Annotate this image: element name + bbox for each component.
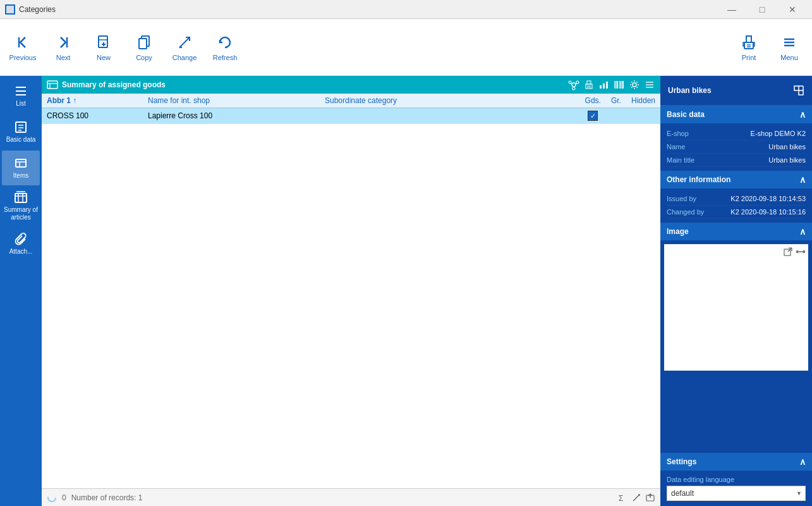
collapse-basic-data[interactable]: ∧ bbox=[799, 109, 806, 120]
next-button[interactable]: Next bbox=[43, 22, 83, 73]
sidebar-item-attach[interactable]: Attach... bbox=[2, 226, 40, 261]
panel-title: Summary of assigned goods bbox=[62, 80, 166, 89]
svg-rect-12 bbox=[746, 36, 751, 42]
collapse-other-info[interactable]: ∧ bbox=[799, 175, 806, 185]
svg-rect-11 bbox=[744, 42, 753, 49]
panel-menu-icon[interactable] bbox=[644, 79, 655, 90]
svg-point-36 bbox=[569, 81, 571, 83]
field-issued-value: K2 2020-09-18 10:14:53 bbox=[730, 195, 806, 202]
field-eshop-value: E-shop DEMO K2 bbox=[751, 130, 806, 137]
print-button[interactable]: Print bbox=[729, 22, 769, 73]
maximize-button[interactable]: □ bbox=[748, 0, 777, 19]
toolbar: Previous Next New Copy Change bbox=[0, 19, 812, 76]
spinner-value: 0 bbox=[62, 493, 66, 502]
menu-label: Menu bbox=[780, 54, 798, 61]
barcode-icon[interactable] bbox=[614, 79, 625, 90]
svg-rect-46 bbox=[600, 85, 602, 89]
title-bar: Categories — □ ✕ bbox=[0, 0, 812, 19]
section-content-basic-data: E-shop E-shop DEMO K2 Name Urban bikes M… bbox=[660, 123, 812, 171]
field-name-value: Urban bikes bbox=[768, 143, 806, 151]
section-header-basic-data: Basic data ∧ bbox=[660, 106, 812, 123]
svg-rect-43 bbox=[587, 81, 591, 84]
col-header-subcat[interactable]: Subordinate category bbox=[320, 94, 580, 108]
records-text: Number of records: 1 bbox=[71, 493, 143, 502]
spinner-icon bbox=[47, 493, 57, 503]
close-button[interactable]: ✕ bbox=[778, 0, 807, 19]
menu-button[interactable]: Menu bbox=[769, 22, 809, 73]
sigma-icon[interactable]: Σ bbox=[617, 493, 627, 503]
svg-rect-47 bbox=[603, 83, 605, 89]
image-icons bbox=[783, 247, 806, 257]
sidebar-summary-label: Summary of articles bbox=[3, 206, 39, 221]
open-image-icon[interactable] bbox=[783, 247, 793, 257]
svg-point-56 bbox=[633, 83, 636, 87]
section-header-other-info: Other information ∧ bbox=[660, 171, 812, 188]
refresh-label: Refresh bbox=[213, 54, 238, 61]
minimize-button[interactable]: — bbox=[717, 0, 746, 19]
cell-abbr: CROSS 100 bbox=[42, 108, 143, 124]
previous-label: Previous bbox=[9, 54, 37, 61]
copy-button[interactable]: Copy bbox=[124, 22, 164, 73]
network-icon[interactable] bbox=[568, 79, 579, 90]
svg-rect-65 bbox=[794, 86, 799, 90]
resize-image-icon[interactable] bbox=[796, 247, 806, 257]
cell-gr bbox=[606, 108, 626, 124]
table-row[interactable]: CROSS 100 Lapierre Cross 100 bbox=[42, 108, 660, 124]
change-label: Change bbox=[173, 54, 197, 61]
field-issued-by: Issued by K2 2020-09-18 10:14:53 bbox=[667, 192, 806, 206]
edit-status-icon[interactable] bbox=[631, 493, 641, 503]
svg-rect-48 bbox=[606, 82, 608, 89]
settings-panel-icon[interactable] bbox=[629, 79, 640, 90]
expand-icon[interactable] bbox=[793, 85, 804, 96]
collapse-image[interactable]: ∧ bbox=[799, 226, 806, 237]
col-header-gds[interactable]: Gds. bbox=[580, 94, 606, 108]
chart-icon[interactable] bbox=[598, 79, 610, 90]
change-button[interactable]: Change bbox=[164, 22, 205, 73]
language-select[interactable]: default English Czech German bbox=[667, 486, 806, 501]
right-panel-spacer bbox=[660, 374, 812, 453]
svg-line-72 bbox=[788, 248, 792, 252]
sidebar-item-list[interactable]: List bbox=[2, 78, 40, 113]
sidebar-item-basic-data[interactable]: Basic data bbox=[2, 114, 40, 149]
settings-content: Data editing language default English Cz… bbox=[660, 471, 812, 506]
status-bar: 0 Number of records: 1 Σ bbox=[42, 488, 660, 506]
col-header-gr[interactable]: Gr. bbox=[606, 94, 626, 108]
cell-subcat bbox=[320, 108, 580, 124]
field-changed-by: Changed by K2 2020-09-18 10:15:16 bbox=[667, 206, 806, 219]
image-area bbox=[664, 244, 808, 371]
next-label: Next bbox=[56, 54, 71, 61]
export-status-icon[interactable] bbox=[645, 493, 655, 503]
print-icon[interactable] bbox=[583, 79, 595, 90]
table-container: Abbr 1 ↑ Name for int. shop Subordinate … bbox=[42, 94, 660, 488]
right-panel-title-text: Urban bikes bbox=[668, 86, 712, 95]
refresh-button[interactable]: Refresh bbox=[205, 22, 245, 73]
panel-header-right bbox=[568, 79, 655, 90]
cell-hidden bbox=[626, 108, 660, 124]
sidebar-item-summary[interactable]: Summary of articles bbox=[2, 187, 40, 225]
sidebar-item-items[interactable]: Items bbox=[2, 151, 40, 185]
sidebar-items-label: Items bbox=[13, 172, 28, 180]
svg-line-62 bbox=[633, 495, 639, 501]
section-other-info-title: Other information bbox=[667, 175, 730, 184]
col-header-hidden[interactable]: Hidden bbox=[626, 94, 660, 108]
svg-rect-28 bbox=[15, 194, 27, 202]
svg-rect-0 bbox=[6, 6, 14, 13]
col-header-name[interactable]: Name for int. shop bbox=[143, 94, 320, 108]
title-bar-controls: — □ ✕ bbox=[717, 0, 807, 19]
new-button[interactable]: New bbox=[83, 22, 124, 73]
image-section bbox=[660, 240, 812, 374]
status-left: 0 Number of records: 1 bbox=[47, 493, 142, 503]
checkbox-gds bbox=[588, 111, 598, 121]
svg-point-38 bbox=[573, 87, 575, 90]
collapse-settings[interactable]: ∧ bbox=[799, 457, 806, 467]
previous-button[interactable]: Previous bbox=[3, 22, 43, 73]
panel-header-icon bbox=[47, 79, 58, 90]
svg-rect-32 bbox=[47, 81, 58, 89]
copy-label: Copy bbox=[136, 54, 152, 61]
sidebar-attach-label: Attach... bbox=[9, 248, 33, 256]
field-eshop: E-shop E-shop DEMO K2 bbox=[667, 127, 806, 140]
section-header-image: Image ∧ bbox=[660, 223, 812, 240]
cell-gds bbox=[580, 108, 606, 124]
svg-rect-66 bbox=[799, 90, 803, 95]
col-header-abbr[interactable]: Abbr 1 ↑ bbox=[42, 94, 143, 108]
